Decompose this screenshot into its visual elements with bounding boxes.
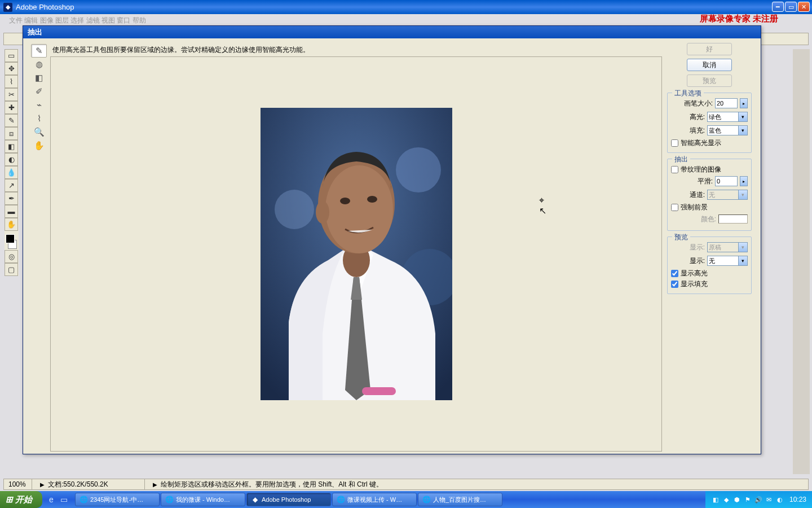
close-button[interactable]: ✕ bbox=[798, 2, 810, 12]
show-highlight-checkbox[interactable]: 显示高光 bbox=[671, 269, 748, 278]
desktop-icon[interactable]: ▭ bbox=[58, 493, 69, 506]
zoom-level[interactable]: 100% bbox=[4, 479, 32, 489]
tray-icon[interactable]: ◐ bbox=[775, 495, 784, 504]
ok-button: 好 bbox=[687, 43, 732, 55]
brush-size-label: 画笔大小: bbox=[684, 99, 713, 108]
task-button[interactable]: 🌐微课视频上传 - W… bbox=[332, 493, 417, 506]
smooth-input[interactable] bbox=[715, 176, 738, 186]
stamp-tool[interactable]: ⧈ bbox=[5, 127, 18, 140]
taskbar: ⊞ 开始 e ▭ 🌐2345网址导航-中…🌐我的微课 - Windo…◆Adob… bbox=[0, 491, 812, 508]
quick-launch: e ▭ bbox=[46, 493, 69, 506]
show-combo[interactable]: 无▾ bbox=[707, 256, 748, 266]
smooth-label: 平滑: bbox=[698, 177, 713, 186]
right-palettes bbox=[793, 49, 810, 474]
show-fill-checkbox[interactable]: 显示填充 bbox=[671, 279, 748, 289]
maximize-button[interactable]: ▭ bbox=[785, 2, 797, 12]
channel-combo: 无▾ bbox=[707, 190, 748, 200]
tray-icon[interactable]: ⚑ bbox=[743, 495, 752, 504]
quickmask-toggle[interactable]: ◎ bbox=[5, 250, 18, 263]
dialog-title-bar: 抽出 bbox=[23, 26, 761, 38]
svg-rect-10 bbox=[362, 387, 396, 395]
edge-touchup-tool[interactable]: ⌇ bbox=[31, 112, 47, 125]
path-tool[interactable]: ↗ bbox=[5, 179, 18, 192]
task-button[interactable]: 🌐人物_百度图片搜… bbox=[418, 493, 502, 506]
app-icon: ◆ bbox=[3, 3, 12, 12]
brush-size-input[interactable] bbox=[715, 98, 738, 108]
fill-combo[interactable]: 蓝色▾ bbox=[707, 125, 748, 135]
minimize-button[interactable]: ━ bbox=[772, 2, 784, 12]
task-icon: 🌐 bbox=[79, 495, 88, 504]
clock[interactable]: 10:23 bbox=[789, 496, 806, 503]
main-menu-bar: 文件 编辑 图像 图层 选择 滤镜 视图 窗口 帮助 bbox=[3, 15, 809, 25]
task-button[interactable]: 🌐我的微课 - Windo… bbox=[161, 493, 245, 506]
cancel-button[interactable]: 取消 bbox=[687, 59, 732, 71]
svg-point-7 bbox=[316, 201, 329, 224]
panel-title: 工具选项 bbox=[672, 89, 704, 98]
doc-size: ▶文档:550.2K/550.2K bbox=[32, 479, 145, 489]
brush-tool[interactable]: ✎ bbox=[5, 114, 18, 127]
tray-icon[interactable]: ◧ bbox=[711, 495, 720, 504]
eraser-tool[interactable]: ◧ bbox=[5, 140, 18, 153]
highlight-combo[interactable]: 绿色▾ bbox=[707, 112, 748, 122]
task-button[interactable]: ◆Adobe Photoshop bbox=[246, 493, 331, 506]
app-title: Adobe Photoshop bbox=[16, 3, 74, 11]
task-label: 我的微课 - Windo… bbox=[176, 496, 230, 504]
zoom-tool[interactable]: 🔍 bbox=[31, 125, 47, 139]
start-button[interactable]: ⊞ 开始 bbox=[0, 491, 42, 508]
crop-tool[interactable]: ✂ bbox=[5, 88, 18, 101]
gradient-tool[interactable]: ◐ bbox=[5, 153, 18, 166]
hint-text: ▶绘制矩形选区或移动选区外框。要用附加选项，使用 Shift、Alt 和 Ctr… bbox=[145, 479, 808, 489]
textured-checkbox[interactable]: 带纹理的图像 bbox=[671, 165, 748, 174]
healing-tool[interactable]: ✚ bbox=[5, 101, 18, 114]
ie-icon[interactable]: e bbox=[46, 493, 57, 506]
smart-highlight-checkbox[interactable]: 智能高光显示 bbox=[671, 138, 748, 148]
system-tray[interactable]: ◧ ◆ ⬢ ⚑ 🔊 ✉ ◐ 10:23 bbox=[705, 491, 812, 508]
task-icon: 🌐 bbox=[336, 495, 345, 504]
tray-icon[interactable]: ⬢ bbox=[732, 495, 742, 504]
task-icon: ◆ bbox=[250, 495, 259, 504]
dialog-hint: 使用高光器工具包围所要保留区域的边缘。尝试对精确定义的边缘使用智能高光功能。 bbox=[52, 45, 310, 55]
dialog-canvas[interactable]: ⌖↖ bbox=[50, 56, 662, 452]
hand-tool[interactable]: ✋ bbox=[5, 218, 18, 231]
tray-icon[interactable]: ✉ bbox=[765, 495, 774, 504]
preview-panel: 预览 显示: 原稿▾ 显示: 无▾ 显示高光 显示填充 bbox=[667, 237, 752, 294]
pen-tool[interactable]: ✒ bbox=[5, 192, 18, 205]
blur-tool[interactable]: 💧 bbox=[5, 166, 18, 179]
shape-tool[interactable]: ▬ bbox=[5, 205, 18, 218]
document-image bbox=[261, 108, 452, 400]
panel-title: 抽出 bbox=[672, 155, 690, 164]
app-title-bar: ◆ Adobe Photoshop ━ ▭ ✕ bbox=[0, 0, 812, 14]
task-button[interactable]: 🌐2345网址导航-中… bbox=[75, 493, 160, 506]
highlight-label: 高光: bbox=[690, 112, 705, 122]
edge-highlighter-tool[interactable]: ✎ bbox=[31, 44, 47, 58]
fill-label: 填充: bbox=[690, 126, 705, 135]
screenmode-toggle[interactable]: ▢ bbox=[5, 263, 18, 276]
task-icon: 🌐 bbox=[422, 495, 431, 504]
move-tool[interactable]: ✥ bbox=[5, 62, 18, 75]
color-swatch bbox=[718, 214, 748, 224]
eraser-tool-dlg[interactable]: ◧ bbox=[31, 71, 47, 85]
force-foreground-checkbox[interactable]: 强制前景 bbox=[671, 203, 748, 212]
svg-point-6 bbox=[325, 165, 393, 253]
hand-tool-dlg[interactable]: ✋ bbox=[31, 139, 47, 152]
dialog-tool-strip: ✎ ◍ ◧ ✐ ⌁ ⌇ 🔍 ✋ bbox=[31, 44, 47, 152]
view-label: 显示: bbox=[690, 243, 705, 252]
lasso-tool[interactable]: ⌇ bbox=[5, 75, 18, 88]
marquee-tool[interactable]: ▭ bbox=[5, 49, 18, 62]
svg-point-2 bbox=[275, 190, 314, 229]
smooth-spinner[interactable]: ▸ bbox=[740, 176, 748, 186]
panel-title: 预览 bbox=[672, 233, 690, 242]
dialog-right-panel: 好 取消 预览 工具选项 画笔大小: ▸ 高光: 绿色▾ 填充: bbox=[667, 43, 752, 294]
cleanup-tool[interactable]: ⌁ bbox=[31, 98, 47, 112]
eyedropper-tool[interactable]: ✐ bbox=[31, 85, 47, 98]
tool-options-panel: 工具选项 画笔大小: ▸ 高光: 绿色▾ 填充: 蓝色▾ bbox=[667, 93, 752, 153]
task-icon: 🌐 bbox=[165, 495, 174, 504]
color-label: 颜色: bbox=[701, 214, 716, 224]
svg-point-8 bbox=[340, 198, 350, 204]
main-toolbox: ▭ ✥ ⌇ ✂ ✚ ✎ ⧈ ◧ ◐ 💧 ↗ ✒ ▬ ✋ ◎ ▢ bbox=[5, 49, 19, 276]
brush-size-spinner[interactable]: ▸ bbox=[740, 98, 748, 108]
tray-icon[interactable]: ◆ bbox=[722, 495, 731, 504]
tray-icon[interactable]: 🔊 bbox=[754, 495, 763, 504]
fill-tool[interactable]: ◍ bbox=[31, 58, 47, 71]
color-swatches[interactable] bbox=[5, 233, 18, 250]
